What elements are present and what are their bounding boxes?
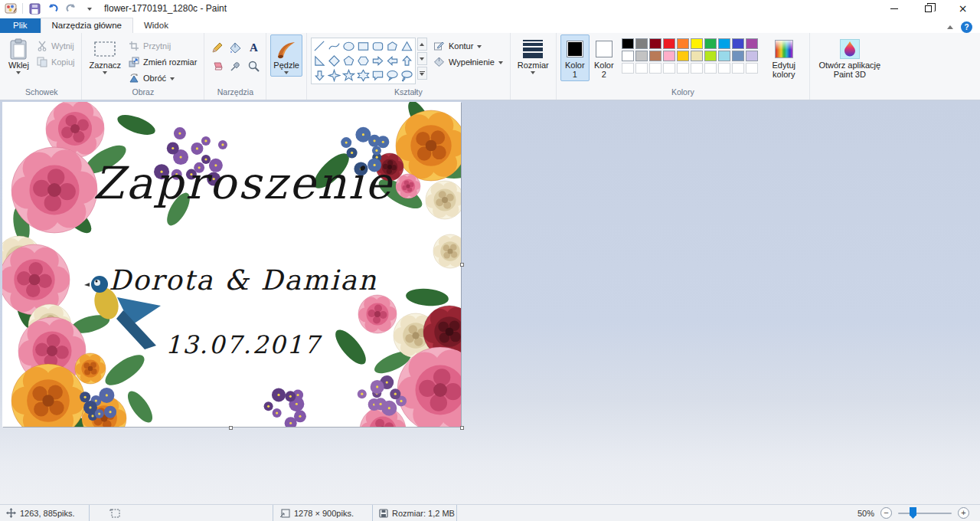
- cut-button[interactable]: Wytnij: [34, 38, 78, 54]
- help-icon[interactable]: ?: [961, 21, 972, 33]
- palette-color-1-6[interactable]: [704, 51, 717, 61]
- collapse-ribbon-icon[interactable]: [947, 25, 953, 29]
- zoom-slider-thumb[interactable]: [910, 507, 916, 519]
- drawing-canvas[interactable]: Zaproszenie Dorota & Damian 13.07.2017: [2, 102, 461, 427]
- palette-color-2-2[interactable]: [649, 63, 662, 74]
- tab-home[interactable]: Narzędzia główne: [41, 18, 133, 33]
- shape-arrow-right[interactable]: [371, 54, 384, 67]
- edit-colors-button[interactable]: Edytuj kolory: [763, 34, 805, 81]
- shapes-scroll-up-button[interactable]: [417, 38, 427, 51]
- fill-tool-button[interactable]: [227, 39, 243, 56]
- pencil-tool-button[interactable]: [208, 39, 225, 56]
- palette-color-0-0[interactable]: [622, 38, 634, 49]
- tab-file[interactable]: Plik: [0, 18, 41, 33]
- image-size-segment: 1278 × 900piks.: [273, 505, 373, 521]
- cursor-position-icon: [6, 508, 16, 518]
- palette-color-0-1[interactable]: [635, 38, 648, 49]
- shapes-more-button[interactable]: [417, 67, 427, 80]
- outline-button[interactable]: Kontur: [430, 38, 506, 54]
- canvas-resize-handle-corner[interactable]: [460, 426, 464, 430]
- palette-color-1-5[interactable]: [691, 51, 703, 61]
- copy-button[interactable]: Kopiuj: [34, 54, 78, 70]
- shape-line[interactable]: [313, 40, 326, 53]
- rotate-button[interactable]: Obróć: [126, 70, 200, 86]
- cream-rose: [433, 234, 461, 268]
- select-button[interactable]: Zaznacz: [86, 34, 124, 77]
- palette-color-1-1[interactable]: [635, 51, 648, 61]
- shapes-scroll-down-button[interactable]: [417, 52, 427, 65]
- palette-color-2-3[interactable]: [663, 63, 675, 74]
- color-picker-tool-button[interactable]: [227, 57, 243, 74]
- palette-color-2-5[interactable]: [691, 63, 703, 74]
- shape-pentagon[interactable]: [342, 54, 355, 67]
- canvas-resize-handle-bottom[interactable]: [229, 426, 233, 430]
- shape-triangle[interactable]: [400, 40, 413, 53]
- palette-color-1-3[interactable]: [663, 51, 675, 61]
- crop-button[interactable]: Przytnij: [126, 38, 200, 54]
- palette-color-1-2[interactable]: [649, 51, 662, 61]
- undo-button[interactable]: [46, 2, 60, 15]
- restore-button[interactable]: [911, 0, 946, 17]
- size-button[interactable]: Rozmiar: [514, 34, 552, 77]
- palette-color-2-0[interactable]: [622, 63, 634, 74]
- palette-color-0-7[interactable]: [718, 38, 730, 49]
- palette-color-2-7[interactable]: [718, 63, 730, 74]
- zoom-out-button[interactable]: −: [880, 507, 892, 519]
- shape-polygon[interactable]: [386, 40, 399, 53]
- color2-button[interactable]: Kolor 2: [590, 34, 619, 81]
- palette-color-0-9[interactable]: [746, 38, 758, 49]
- palette-color-2-9[interactable]: [746, 63, 758, 74]
- palette-color-0-5[interactable]: [691, 38, 703, 49]
- color1-button[interactable]: Kolor 1: [560, 34, 590, 81]
- shape-arrow-down[interactable]: [313, 69, 326, 82]
- zoom-in-button[interactable]: +: [958, 507, 969, 519]
- text-tool-button[interactable]: A: [245, 39, 262, 56]
- close-button[interactable]: ×: [946, 0, 980, 17]
- paste-button[interactable]: Wklej: [5, 34, 32, 77]
- shape-arrow-up[interactable]: [400, 54, 413, 67]
- window-title: flower-1770191_1280c - Paint: [104, 3, 227, 14]
- tab-view[interactable]: Widok: [133, 18, 179, 33]
- palette-color-2-6[interactable]: [704, 63, 717, 74]
- palette-color-0-4[interactable]: [677, 38, 689, 49]
- shape-rectangle[interactable]: [357, 40, 370, 53]
- palette-color-1-8[interactable]: [732, 51, 744, 61]
- palette-color-2-1[interactable]: [635, 63, 648, 74]
- shape-cloud-callout[interactable]: [400, 69, 413, 82]
- palette-color-1-9[interactable]: [746, 51, 758, 61]
- shape-diamond[interactable]: [328, 54, 341, 67]
- palette-color-0-6[interactable]: [704, 38, 717, 49]
- shape-oval[interactable]: [342, 40, 355, 53]
- shape-rounded-rectangle[interactable]: [371, 40, 384, 53]
- shape-arrow-left[interactable]: [386, 54, 399, 67]
- resize-button[interactable]: Zmień rozmiar: [126, 54, 200, 70]
- shape-four-point-star[interactable]: [328, 69, 341, 82]
- eraser-tool-button[interactable]: [208, 57, 225, 74]
- canvas-resize-handle-right[interactable]: [460, 263, 464, 267]
- palette-color-1-0[interactable]: [622, 51, 634, 61]
- shape-hexagon[interactable]: [357, 54, 370, 67]
- palette-color-2-4[interactable]: [677, 63, 689, 74]
- palette-color-0-3[interactable]: [663, 38, 675, 49]
- redo-button[interactable]: [64, 2, 78, 15]
- palette-color-1-7[interactable]: [718, 51, 730, 61]
- shape-fill-button[interactable]: Wypełnienie: [430, 54, 506, 70]
- save-button[interactable]: [28, 2, 41, 15]
- shape-six-point-star[interactable]: [357, 69, 370, 82]
- minimize-button[interactable]: [877, 0, 911, 17]
- qat-customize-dropdown[interactable]: [83, 2, 96, 15]
- shape-five-point-star[interactable]: [342, 69, 355, 82]
- palette-color-1-4[interactable]: [677, 51, 689, 61]
- palette-color-2-8[interactable]: [732, 63, 744, 74]
- shape-rounded-callout[interactable]: [371, 69, 384, 82]
- brushes-button[interactable]: Pędzle: [270, 34, 302, 77]
- shape-curve[interactable]: [328, 40, 341, 53]
- zoom-slider[interactable]: [898, 507, 952, 519]
- shape-right-triangle[interactable]: [313, 54, 326, 67]
- shape-oval-callout[interactable]: [386, 69, 399, 82]
- palette-color-0-2[interactable]: [649, 38, 662, 49]
- magnifier-tool-button[interactable]: [245, 57, 262, 74]
- image-size-icon: [279, 509, 290, 518]
- open-paint3d-button[interactable]: Otwórz aplikację Paint 3D: [814, 34, 886, 81]
- palette-color-0-8[interactable]: [732, 38, 744, 49]
